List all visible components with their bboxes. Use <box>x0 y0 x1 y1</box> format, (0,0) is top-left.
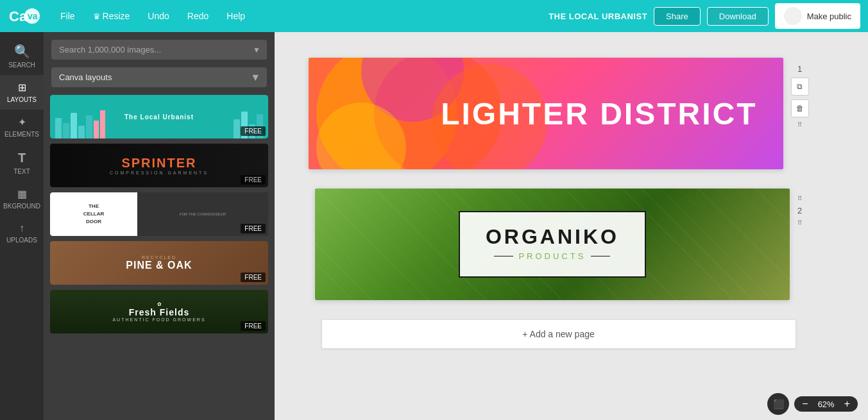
canva-logo: Ca va <box>8 6 41 26</box>
svg-text:va: va <box>28 11 38 21</box>
thumb2-sub: COMPRESSION GARMENTS <box>110 171 208 175</box>
page1-title: LIGHTER DISTRICT <box>441 96 757 131</box>
sidebar-label-layouts: LAYOUTS <box>7 96 37 103</box>
avatar <box>784 7 802 25</box>
add-page-button[interactable]: + Add a new page <box>321 319 796 349</box>
buildings-left <box>55 110 105 139</box>
thumb3-right-text: FOR THE CONNOISSEUR <box>180 212 226 216</box>
free-badge-4: FREE <box>241 273 266 282</box>
sidebar: 🔍 SEARCH ⊞ LAYOUTS ✦ ELEMENTS T TEXT ▦ B… <box>0 32 44 420</box>
page1-duplicate-btn[interactable]: ⧉ <box>791 78 809 96</box>
sidebar-label-uploads: UPLOADS <box>6 237 37 244</box>
doc-title: THE LOCAL URBANIST <box>549 12 647 21</box>
redo-btn[interactable]: Redo <box>183 8 212 24</box>
zoom-out-button[interactable]: − <box>802 399 808 409</box>
thumb4-recycled: RECYCLED <box>142 255 176 260</box>
divider-line-right <box>591 256 610 256</box>
page2-background: ORGANIKO PRODUCTS <box>315 189 790 300</box>
thumb5-logo: ✿ <box>157 301 162 307</box>
divider-line-left <box>494 256 513 256</box>
sidebar-item-background[interactable]: ▦ BKGROUND <box>0 181 44 216</box>
bottom-bar: ⬛ − 62% + <box>757 388 868 420</box>
present-icon: ⬛ <box>773 399 784 409</box>
layout-thumb-urbanist[interactable]: The Local Urbanist FREE <box>50 95 268 139</box>
page2-divider: PRODUCTS <box>486 251 619 261</box>
sidebar-label-search: SEARCH <box>8 62 35 69</box>
topnav: Ca va File ♛ Resize Undo Redo Help THE L… <box>0 0 868 32</box>
page2-brand: ORGANIKO <box>486 225 619 249</box>
layouts-icon: ⊞ <box>18 81 26 94</box>
canvas-page-2[interactable]: ORGANIKO PRODUCTS <box>315 189 790 300</box>
thumb1-title: The Local Urbanist <box>124 113 194 121</box>
makepublic-button[interactable]: Make public <box>775 3 860 29</box>
search-icon: 🔍 <box>14 44 30 59</box>
layout-thumb-sprinter[interactable]: SPRINTER COMPRESSION GARMENTS FREE <box>50 144 268 187</box>
canvas-page-1[interactable]: LIGHTER DISTRICT <box>309 58 783 169</box>
page1-controls: 1 ⧉ 🗑 ⠿ <box>791 58 809 128</box>
zoom-level: 62% <box>815 399 838 409</box>
undo-btn[interactable]: Undo <box>144 8 173 24</box>
uploads-icon: ↑ <box>19 223 24 234</box>
page2-controls: ⠿ 2 ⠿ <box>797 189 802 226</box>
sidebar-item-elements[interactable]: ✦ ELEMENTS <box>0 110 44 144</box>
thumb2-title: SPRINTER <box>110 156 208 171</box>
page2-grid-top-icon: ⠿ <box>797 195 802 202</box>
zoom-controls: − 62% + <box>794 396 858 412</box>
elements-icon: ✦ <box>18 116 26 128</box>
sidebar-label-background: BKGROUND <box>3 203 40 210</box>
thumb3-left: THECELLARDOOR <box>50 192 137 236</box>
sidebar-label-elements: ELEMENTS <box>4 131 39 138</box>
thumb3-left-text: THECELLARDOOR <box>83 203 104 226</box>
image-search-input[interactable] <box>51 40 267 60</box>
image-search: ▼ <box>51 40 267 60</box>
layouts-panel: ▼ Canva layouts ▼ The Local Urbanis <box>44 32 275 420</box>
free-badge: FREE <box>241 126 266 136</box>
text-icon: T <box>18 151 26 165</box>
sidebar-item-layouts[interactable]: ⊞ LAYOUTS <box>0 75 44 110</box>
thumb5-title: Fresh Fields <box>129 307 189 317</box>
layout-thumb-cellar[interactable]: THECELLARDOOR FOR THE CONNOISSEUR FREE <box>50 192 268 236</box>
search-dropdown-arrow: ▼ <box>253 46 260 55</box>
page1-container: LIGHTER DISTRICT 1 ⧉ 🗑 ⠿ <box>309 58 809 169</box>
sidebar-label-text: TEXT <box>13 168 30 175</box>
page1-delete-btn[interactable]: 🗑 <box>791 99 809 117</box>
page2-container: ORGANIKO PRODUCTS ⠿ 2 ⠿ <box>315 189 802 300</box>
layout-select[interactable]: Canva layouts <box>51 67 267 87</box>
layout-dropdown: Canva layouts ▼ <box>51 67 267 87</box>
sidebar-item-uploads[interactable]: ↑ UPLOADS <box>0 216 44 250</box>
page2-subtitle: PRODUCTS <box>518 251 586 261</box>
thumb4-title: PINE & OAK <box>126 260 192 271</box>
layout-thumb-pine[interactable]: RECYCLED PINE & OAK FREE <box>50 241 268 285</box>
canvas-area: LIGHTER DISTRICT 1 ⧉ 🗑 ⠿ ORGANIKO PRODUC… <box>275 32 868 420</box>
resize-menu[interactable]: ♛ Resize <box>89 8 134 24</box>
page2-number: 2 <box>797 206 802 215</box>
layouts-list: The Local Urbanist FREE SPRINTER COMPRES… <box>44 95 275 339</box>
zoom-in-button[interactable]: + <box>844 399 850 409</box>
sidebar-item-search[interactable]: 🔍 SEARCH <box>0 37 44 75</box>
thumb5-subtitle: AUTHENTIC FOOD GROWERS <box>112 317 205 322</box>
page1-grid-icon: ⠿ <box>797 121 802 128</box>
present-button[interactable]: ⬛ <box>767 393 789 415</box>
page1-background: LIGHTER DISTRICT <box>309 58 783 169</box>
free-badge-3: FREE <box>241 224 266 233</box>
page1-number: 1 <box>797 64 802 74</box>
nav-right: THE LOCAL URBANIST Share Download Make p… <box>549 3 860 29</box>
page2-brand-box: ORGANIKO PRODUCTS <box>459 211 646 278</box>
background-icon: ▦ <box>17 188 27 200</box>
share-button[interactable]: Share <box>654 7 701 26</box>
page2-grid-bottom-icon: ⠿ <box>797 219 802 226</box>
download-button[interactable]: Download <box>707 7 769 26</box>
layout-thumb-fresh[interactable]: ✿ Fresh Fields AUTHENTIC FOOD GROWERS FR… <box>50 290 268 333</box>
sidebar-item-text[interactable]: T TEXT <box>0 144 44 181</box>
help-menu[interactable]: Help <box>223 8 249 24</box>
free-badge-5: FREE <box>241 321 266 331</box>
file-menu[interactable]: File <box>56 8 79 24</box>
